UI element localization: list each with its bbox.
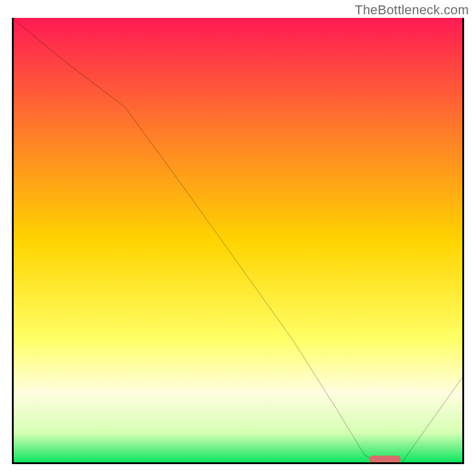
watermark-text: TheBottleneck.com	[355, 2, 469, 18]
chart-container: TheBottleneck.com	[0, 0, 476, 476]
chart-frame	[12, 18, 464, 464]
